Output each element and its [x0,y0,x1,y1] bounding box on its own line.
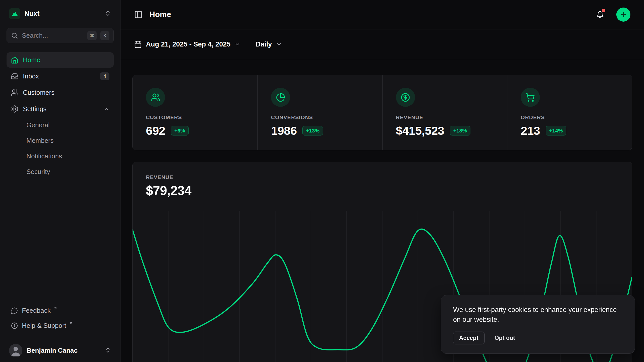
external-link-icon [53,306,57,310]
info-circle-icon [11,322,18,329]
help-support-label: Help & Support [22,322,66,330]
plus-icon [620,11,627,18]
sidebar-nav: Home Inbox 4 Customers Settings [7,52,114,179]
shopping-cart-icon [521,88,540,107]
inbox-count-badge: 4 [100,72,109,80]
cookie-message: We use first-party cookies to enhance yo… [453,305,623,325]
stat-label: CUSTOMERS [146,114,244,120]
sidebar-item-label: Customers [23,89,55,97]
user-menu[interactable]: Benjamin Canac [7,342,114,359]
stat-delta-badge: +18% [450,126,470,135]
page-title: Home [149,10,171,19]
search-icon [11,32,18,39]
granularity-select[interactable]: Daily [256,40,282,48]
stat-value: 692 [146,124,165,138]
workspace-switcher[interactable]: Nuxt [7,6,114,21]
chevron-down-icon [276,41,282,47]
panel-left-icon [134,10,143,19]
workspace-name: Nuxt [24,10,39,18]
kbd-k: K [100,31,109,40]
sidebar-item-inbox[interactable]: Inbox 4 [7,69,114,84]
sidebar-footer: Feedback Help & Support [7,303,114,336]
gear-icon [11,105,19,113]
kbd-cmd: ⌘ [87,31,97,40]
granularity-label: Daily [256,40,272,48]
stat-conversions[interactable]: CONVERSIONS 1986 +13% [257,75,382,150]
sidebar-item-label: Inbox [23,72,39,80]
sidebar-item-members[interactable]: Members [7,133,114,148]
calendar-icon [134,40,142,48]
stat-delta-badge: +6% [171,126,189,135]
stats-cards: CUSTOMERS 692 +6% CONVERSIONS 1986 +13% [132,75,632,150]
date-range-picker[interactable]: Aug 21, 2025 - Sep 4, 2025 [134,40,240,48]
chevron-down-icon [234,41,240,47]
stat-customers[interactable]: CUSTOMERS 692 +6% [133,75,257,150]
sidebar-item-notifications[interactable]: Notifications [7,149,114,163]
feedback-link[interactable]: Feedback [7,303,114,318]
sidebar-item-security[interactable]: Security [7,164,114,179]
sidebar: Nuxt ⌘ K Home Inbox 4 [0,0,120,362]
revenue-chart-label: REVENUE [146,174,619,180]
users-icon [146,88,165,107]
notifications-button[interactable] [594,9,606,21]
user-section: Benjamin Canac [0,339,120,362]
stat-label: REVENUE [396,114,494,120]
sidebar-item-label: Home [23,56,40,64]
chevrons-up-down-icon [105,347,111,354]
sidebar-item-settings[interactable]: Settings [7,101,114,117]
chevrons-up-down-icon [105,10,111,18]
search-input[interactable] [22,32,84,39]
filters-toolbar: Aug 21, 2025 - Sep 4, 2025 Daily [120,29,644,59]
cookie-accept-button[interactable]: Accept [453,332,485,344]
sidebar-item-home[interactable]: Home [7,52,114,68]
stat-value: 213 [521,124,540,138]
sidebar-item-label: Settings [23,105,47,113]
add-button[interactable] [616,8,630,22]
stat-revenue[interactable]: REVENUE $415,523 +18% [382,75,507,150]
stat-delta-badge: +13% [302,126,323,135]
external-link-icon [69,321,73,325]
stat-label: ORDERS [521,114,619,120]
avatar [9,344,22,357]
circle-dollar-icon [396,88,415,107]
sidebar-item-customers[interactable]: Customers [7,85,114,100]
users-icon [11,89,19,97]
stat-delta-badge: +14% [546,126,566,135]
search-box[interactable]: ⌘ K [7,28,114,43]
revenue-chart-value: $79,234 [146,183,619,198]
nuxt-logo-icon [9,8,20,19]
pie-chart-icon [271,88,290,107]
user-name: Benjamin Canac [27,347,77,354]
home-icon [11,56,19,64]
cookie-optout-button[interactable]: Opt out [494,332,516,344]
date-range-label: Aug 21, 2025 - Sep 4, 2025 [146,40,230,48]
sidebar-item-general[interactable]: General [7,118,114,132]
inbox-icon [11,72,19,80]
page-header: Home [120,0,644,29]
help-support-link[interactable]: Help & Support [7,318,114,333]
stat-value: 1986 [271,124,297,138]
feedback-label: Feedback [22,307,51,314]
chevron-up-icon [103,106,109,112]
message-bubble-icon [11,307,18,314]
cookie-banner: We use first-party cookies to enhance yo… [441,295,635,354]
stat-orders[interactable]: ORDERS 213 +14% [507,75,632,150]
sidebar-toggle-button[interactable] [134,10,143,19]
stat-value: $415,523 [396,124,444,138]
stat-label: CONVERSIONS [271,114,369,120]
notification-dot [602,9,605,12]
